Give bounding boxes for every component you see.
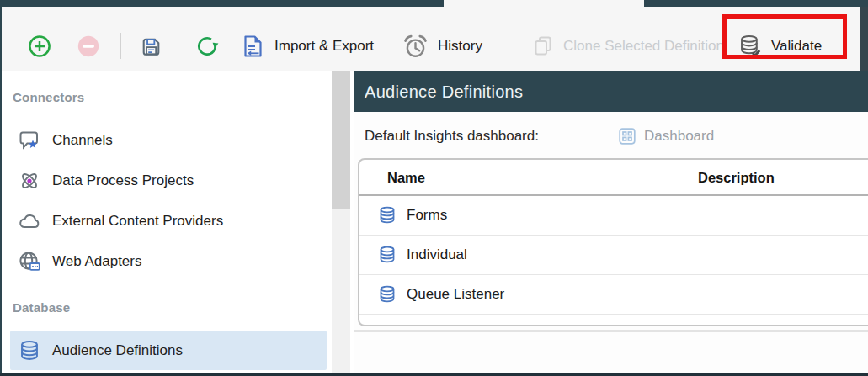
- sidebar-scrollbar[interactable]: [332, 71, 350, 373]
- sidebar: Connectors Channels Data P: [2, 71, 354, 373]
- row-name: Forms: [407, 207, 447, 224]
- refresh-icon: [195, 34, 219, 58]
- database-icon: [19, 340, 40, 362]
- dashboard-button[interactable]: Dashboard: [619, 125, 714, 147]
- window-bottom-border: [0, 373, 868, 376]
- sidebar-item-label: Data Process Projects: [52, 172, 194, 189]
- row-name: Queue Listener: [407, 286, 504, 303]
- history-clock-icon: [402, 34, 429, 60]
- cloud-icon: [19, 213, 40, 230]
- sidebar-item-audience-definitions[interactable]: Audience Definitions: [10, 331, 327, 370]
- dashboard-grid-icon: [619, 128, 636, 145]
- table-row[interactable]: Queue Listener: [359, 275, 868, 315]
- definitions-table: Name Description Forms: [358, 158, 868, 326]
- window-top-strip-gap: [444, 0, 644, 7]
- add-circle-icon: [28, 34, 51, 58]
- add-button[interactable]: [28, 32, 51, 61]
- globe-adapter-icon: [19, 251, 40, 273]
- sidebar-item-label: Channels: [52, 132, 113, 149]
- import-export-label: Import & Export: [274, 38, 374, 55]
- sidebar-item-channels[interactable]: Channels: [10, 120, 327, 160]
- toolbar-divider: [120, 33, 121, 59]
- window-top-strip: [0, 0, 868, 7]
- save-icon: [139, 34, 163, 59]
- column-header-name[interactable]: Name: [387, 160, 425, 196]
- sidebar-item-data-process-projects[interactable]: Data Process Projects: [10, 161, 327, 200]
- row-name: Individual: [407, 246, 467, 263]
- sidebar-scrollbar-thumb[interactable]: [332, 71, 350, 209]
- chat-bubble-star-icon: [19, 130, 40, 151]
- history-button[interactable]: History: [402, 32, 482, 61]
- section-divider: [354, 330, 868, 332]
- sidebar-item-label: External Content Providers: [52, 213, 223, 230]
- sidebar-item-label: Web Adapters: [52, 253, 141, 270]
- main-panel: Audience Definitions Default Insights da…: [354, 71, 868, 373]
- panel-header: Audience Definitions: [354, 71, 868, 112]
- import-export-icon: [240, 34, 265, 59]
- page-title: Audience Definitions: [365, 71, 523, 112]
- sidebar-item-label: Audience Definitions: [52, 342, 183, 359]
- clone-pages-icon: [532, 35, 554, 57]
- refresh-button[interactable]: [195, 32, 219, 61]
- remove-circle-icon: [77, 34, 100, 58]
- window-right-border: [860, 7, 868, 71]
- database-icon: [378, 246, 397, 264]
- default-insights-dashboard-label: Default Insights dashboard:: [365, 128, 539, 145]
- database-icon: [378, 285, 397, 304]
- import-export-button[interactable]: Import & Export: [240, 32, 374, 61]
- atom-orbit-icon: [19, 170, 40, 192]
- remove-button[interactable]: [77, 32, 100, 61]
- sidebar-item-web-adapters[interactable]: Web Adapters: [10, 241, 327, 281]
- app-window: Import & Export History Clone Select: [0, 0, 868, 376]
- table-row[interactable]: Individual: [359, 236, 868, 275]
- annotation-box: [722, 14, 847, 59]
- clone-selected-definition-button[interactable]: Clone Selected Definition: [532, 32, 724, 61]
- sidebar-item-external-content-providers[interactable]: External Content Providers: [10, 201, 327, 241]
- sidebar-section-connectors: Connectors: [13, 90, 84, 104]
- table-header: Name Description: [359, 160, 868, 196]
- save-button[interactable]: [139, 32, 163, 61]
- column-header-description[interactable]: Description: [698, 160, 775, 196]
- clone-selected-definition-label: Clone Selected Definition: [563, 38, 724, 55]
- dashboard-button-label: Dashboard: [644, 128, 714, 145]
- database-icon: [378, 206, 397, 225]
- sidebar-section-database: Database: [13, 300, 70, 315]
- column-divider: [684, 166, 684, 190]
- table-row[interactable]: Forms: [359, 196, 868, 236]
- history-label: History: [438, 38, 482, 55]
